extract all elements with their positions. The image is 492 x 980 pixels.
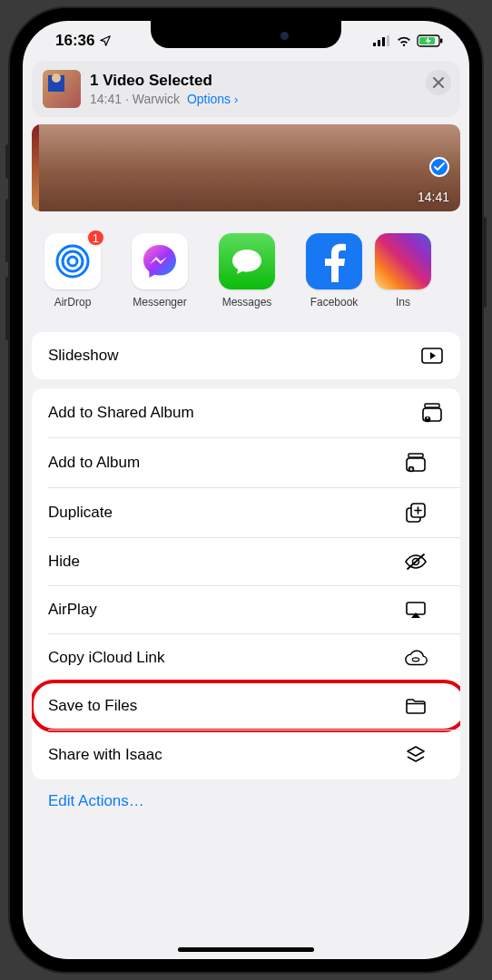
svg-point-14 [427,417,428,419]
add-album-icon [404,453,428,473]
app-label: AirDrop [54,296,92,309]
row-label: Share with Isaac [48,746,162,764]
svg-rect-2 [382,37,385,46]
edit-actions-link[interactable]: Edit Actions… [32,779,460,814]
app-instagram[interactable]: Ins [389,233,417,309]
signal-icon [373,35,391,46]
action-add-album[interactable]: Add to Album [48,437,460,487]
svg-rect-1 [378,40,380,46]
action-shared-album[interactable]: Add to Shared Album [32,388,460,437]
close-button[interactable] [426,70,451,95]
shared-album-icon [420,403,444,423]
row-label: Add to Album [48,454,140,472]
messages-icon [229,243,265,279]
hide-icon [404,553,428,571]
action-slideshow[interactable]: Slideshow [32,332,460,379]
svg-point-8 [63,251,83,271]
app-label: Messenger [133,296,186,309]
svg-point-21 [412,658,418,662]
row-label: AirPlay [48,601,97,619]
wifi-icon [396,35,412,47]
row-label: Save to Files [48,697,137,715]
app-label: Ins [396,296,410,309]
side-button [5,144,10,179]
app-messenger[interactable]: Messenger [128,233,192,309]
action-hide[interactable]: Hide [48,537,460,585]
share-apps-row[interactable]: 1 AirDrop Messenger [32,211,460,323]
svg-rect-15 [408,454,423,457]
facebook-icon [319,240,349,282]
duplicate-icon [404,503,428,523]
airdrop-icon [51,240,94,283]
selection-subtitle: 14:41 · Warwick Options › [90,92,238,106]
svg-point-7 [68,257,77,266]
volume-up [5,199,10,262]
location-icon [99,34,112,47]
folder-icon [404,698,428,714]
svg-rect-3 [387,35,389,46]
chevron-right-icon: › [234,93,238,106]
device-frame: 16:36 1 Video Selected 14:41 · Warwick O… [10,8,482,972]
power-button [482,217,487,308]
notch [151,21,341,48]
check-icon [434,162,445,172]
cloud-link-icon [404,650,428,666]
home-indicator[interactable] [178,947,314,952]
card-slideshow: Slideshow [32,332,460,379]
app-label: Facebook [310,296,359,309]
action-duplicate[interactable]: Duplicate [48,487,460,537]
svg-rect-11 [425,404,439,407]
row-label: Add to Shared Album [48,404,194,422]
row-label: Hide [48,553,80,571]
messenger-icon [139,240,181,282]
svg-rect-0 [373,43,376,46]
status-time: 16:36 [55,32,94,50]
row-label: Copy iCloud Link [48,649,165,667]
screen: 16:36 1 Video Selected 14:41 · Warwick O… [23,21,469,959]
battery-icon [417,34,444,47]
share-header: 1 Video Selected 14:41 · Warwick Options… [32,61,460,117]
row-label: Slideshow [48,347,119,365]
video-duration: 14:41 [418,190,449,204]
close-icon [433,77,444,88]
play-rect-icon [420,348,444,364]
app-facebook[interactable]: Facebook [302,233,366,309]
svg-rect-6 [440,39,442,44]
app-airdrop[interactable]: 1 AirDrop [41,233,104,309]
video-preview[interactable]: 14:41 [32,124,460,211]
layers-icon [404,745,428,765]
options-link[interactable]: Options [187,92,231,106]
app-label: Messages [222,296,272,309]
app-messages[interactable]: Messages [215,233,279,309]
badge: 1 [86,229,105,247]
selected-checkmark [429,157,449,177]
row-label: Duplicate [48,504,113,522]
action-share-isaac[interactable]: Share with Isaac [48,730,460,779]
action-save-files[interactable]: Save to Files [48,681,460,730]
selection-title: 1 Video Selected [90,72,238,90]
volume-down [5,277,10,340]
action-airplay[interactable]: AirPlay [48,585,460,633]
selection-thumbnail [43,70,81,108]
airplay-icon [404,601,428,619]
action-icloud-link[interactable]: Copy iCloud Link [48,633,460,681]
card-actions: Add to Shared Album Add to Album Duplica… [32,388,460,779]
